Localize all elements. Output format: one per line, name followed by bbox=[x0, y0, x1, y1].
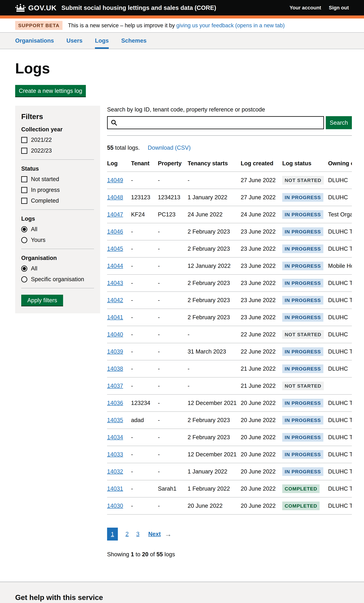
radio-option-all[interactable]: All bbox=[21, 226, 94, 232]
log-id-link[interactable]: 14033 bbox=[107, 451, 123, 458]
log-id-link[interactable]: 14048 bbox=[107, 194, 123, 200]
cell-owning-organisation: DLUHC bbox=[328, 172, 352, 189]
cell-tenant: 123234 bbox=[131, 394, 158, 412]
checkbox-option-2021-22[interactable]: 2021/22 bbox=[21, 137, 94, 143]
log-id-link[interactable]: 14035 bbox=[107, 417, 123, 423]
log-id-link[interactable]: 14039 bbox=[107, 348, 123, 355]
log-id-link[interactable]: 14044 bbox=[107, 263, 123, 269]
cell-log: 14040 bbox=[107, 326, 131, 343]
radio-option-specific-organisation[interactable]: Specific organisation bbox=[21, 276, 94, 283]
log-id-link[interactable]: 14030 bbox=[107, 503, 123, 509]
cell-tenancy-starts: 12 January 2022 bbox=[188, 257, 241, 275]
option-label: Specific organisation bbox=[31, 276, 84, 283]
filter-legend: Collection year bbox=[21, 126, 94, 133]
filters-panel: Filters Collection year2021/222022/23Sta… bbox=[15, 106, 100, 313]
table-row: 14034--2 February 202320 June 2022IN PRO… bbox=[107, 429, 352, 446]
filter-divider bbox=[21, 288, 94, 288]
nav-item-users[interactable]: Users bbox=[66, 33, 82, 49]
log-id-link[interactable]: 14043 bbox=[107, 280, 123, 286]
pagination-page-2[interactable]: 2 bbox=[125, 531, 129, 537]
cell-log-status: IN PROGRESS bbox=[282, 189, 328, 206]
cell-tenancy-starts: - bbox=[188, 377, 241, 394]
cell-property: - bbox=[158, 309, 188, 326]
checkbox-option-in-progress[interactable]: In progress bbox=[21, 187, 94, 193]
cell-log-created: 20 June 2022 bbox=[241, 446, 282, 463]
cell-tenant: - bbox=[131, 343, 158, 360]
log-id-link[interactable]: 14034 bbox=[107, 434, 123, 441]
radio-option-all[interactable]: All bbox=[21, 265, 94, 272]
cell-tenant: - bbox=[131, 446, 158, 463]
log-id-link[interactable]: 14047 bbox=[107, 211, 123, 218]
cell-log: 14031 bbox=[107, 480, 131, 497]
log-id-link[interactable]: 14042 bbox=[107, 297, 123, 303]
cell-log-created: 23 June 2022 bbox=[241, 275, 282, 292]
log-id-link[interactable]: 14036 bbox=[107, 400, 123, 406]
your-account-link[interactable]: Your account bbox=[290, 5, 321, 11]
radio-control[interactable] bbox=[21, 276, 27, 282]
cell-owning-organisation: DLUHC Tes bbox=[328, 412, 352, 429]
govuk-logotype[interactable]: GOV.UK bbox=[28, 4, 57, 12]
sign-out-link[interactable]: Sign out bbox=[329, 5, 349, 11]
status-badge: IN PROGRESS bbox=[282, 313, 323, 322]
cell-tenancy-starts: 2 February 2023 bbox=[188, 309, 241, 326]
pagination-current-page[interactable]: 1 bbox=[107, 528, 118, 541]
log-id-link[interactable]: 14045 bbox=[107, 245, 123, 252]
nav-item-organisations[interactable]: Organisations bbox=[15, 33, 54, 49]
checkbox-control[interactable] bbox=[21, 176, 27, 182]
download-csv-link[interactable]: Download (CSV) bbox=[148, 145, 191, 151]
cell-log: 14046 bbox=[107, 223, 131, 240]
apply-filters-button[interactable]: Apply filters bbox=[21, 295, 63, 306]
checkbox-option-2022-23[interactable]: 2022/23 bbox=[21, 147, 94, 154]
cell-tenant: - bbox=[131, 326, 158, 343]
log-id-link[interactable]: 14031 bbox=[107, 486, 123, 492]
radio-option-yours[interactable]: Yours bbox=[21, 237, 94, 243]
feedback-link[interactable]: giving us your feedback (opens in a new … bbox=[176, 22, 285, 29]
nav-item-schemes[interactable]: Schemes bbox=[121, 33, 147, 49]
cell-property: - bbox=[158, 172, 188, 189]
checkbox-control[interactable] bbox=[21, 198, 27, 204]
service-name-link[interactable]: Submit social housing lettings and sales… bbox=[61, 4, 216, 11]
pagination-page-3[interactable]: 3 bbox=[136, 531, 139, 537]
cell-log-created: 21 June 2022 bbox=[241, 377, 282, 394]
checkbox-control[interactable] bbox=[21, 137, 27, 143]
checkbox-option-completed[interactable]: Completed bbox=[21, 197, 94, 204]
log-id-link[interactable]: 14040 bbox=[107, 331, 123, 337]
table-row: 14042--2 February 202323 June 2022IN PRO… bbox=[107, 292, 352, 309]
cell-tenant: - bbox=[131, 257, 158, 275]
cell-tenancy-starts: - bbox=[188, 360, 241, 377]
cell-tenant: 123123 bbox=[131, 189, 158, 206]
search-button[interactable]: Search bbox=[326, 116, 352, 129]
checkbox-option-not-started[interactable]: Not started bbox=[21, 176, 94, 183]
cell-log-created: 23 June 2022 bbox=[241, 292, 282, 309]
log-id-link[interactable]: 14046 bbox=[107, 228, 123, 235]
cell-log-created: 22 June 2022 bbox=[241, 343, 282, 360]
cell-tenant: - bbox=[131, 309, 158, 326]
log-id-link[interactable]: 14037 bbox=[107, 383, 123, 389]
cell-log: 14039 bbox=[107, 343, 131, 360]
log-id-link[interactable]: 14032 bbox=[107, 468, 123, 475]
radio-control[interactable] bbox=[21, 226, 27, 232]
create-lettings-log-button[interactable]: Create a new lettings log bbox=[15, 85, 86, 97]
radio-control[interactable] bbox=[21, 266, 27, 272]
filter-divider bbox=[21, 209, 94, 210]
checkbox-control[interactable] bbox=[21, 187, 27, 193]
filter-group-organisation: OrganisationAllSpecific organisation bbox=[21, 255, 94, 283]
cell-tenant: - bbox=[131, 377, 158, 394]
search-input[interactable] bbox=[107, 116, 324, 129]
checkbox-control[interactable] bbox=[21, 148, 27, 154]
option-label: All bbox=[31, 226, 37, 232]
primary-navigation: Organisations Users Logs Schemes bbox=[0, 33, 364, 49]
pagination-next-link[interactable]: Next bbox=[148, 531, 161, 537]
cell-tenancy-starts: 2 February 2023 bbox=[188, 223, 241, 240]
log-id-link[interactable]: 14041 bbox=[107, 314, 123, 320]
table-row: 14032--1 January 202220 June 2022IN PROG… bbox=[107, 463, 352, 480]
cell-property: - bbox=[158, 497, 188, 514]
cell-property: - bbox=[158, 394, 188, 412]
status-badge: NOT STARTED bbox=[282, 176, 324, 185]
nav-item-logs[interactable]: Logs bbox=[95, 33, 109, 49]
option-label: Completed bbox=[31, 197, 59, 204]
status-badge: IN PROGRESS bbox=[282, 399, 323, 407]
log-id-link[interactable]: 14038 bbox=[107, 366, 123, 372]
log-id-link[interactable]: 14049 bbox=[107, 177, 123, 183]
radio-control[interactable] bbox=[21, 237, 27, 243]
